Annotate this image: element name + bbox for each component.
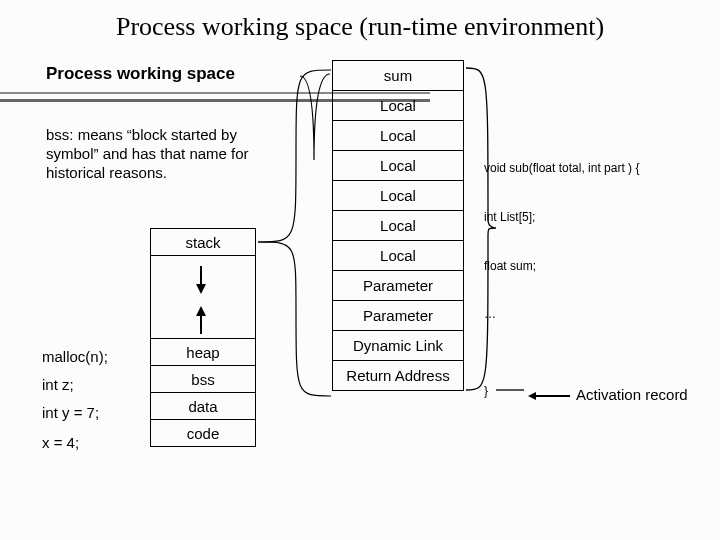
bss-note: bss: means “block started by symbol” and…: [46, 126, 276, 182]
stack-row: Local: [333, 151, 463, 181]
mem-cell-gap: [151, 256, 255, 339]
stack-row: Dynamic Link: [333, 331, 463, 361]
stack-row: Return Address: [333, 361, 463, 391]
mem-cell-stack: stack: [151, 229, 255, 256]
arrow-up-icon: [196, 306, 206, 316]
stack-row: Local: [333, 91, 463, 121]
mem-cell-code: code: [151, 420, 255, 447]
arrow-left-icon: [528, 392, 536, 400]
mem-label-heap: malloc(n);: [42, 348, 108, 365]
activation-record-table: sum Local Local Local Local Local Local …: [332, 60, 464, 391]
mem-cell-heap: heap: [151, 339, 255, 366]
mem-cell-data: data: [151, 393, 255, 420]
subheading: Process working space: [46, 64, 235, 84]
mem-cell-bss: bss: [151, 366, 255, 393]
stack-row: Local: [333, 241, 463, 271]
slide-title: Process working space (run-time environm…: [0, 12, 720, 42]
mem-label-code: x = 4;: [42, 434, 79, 451]
bracket-stack-icon: [256, 60, 336, 260]
brace-right-icon: [464, 60, 524, 400]
stack-row: Parameter: [333, 301, 463, 331]
stack-row: Local: [333, 181, 463, 211]
stack-row: Local: [333, 211, 463, 241]
stack-row: Parameter: [333, 271, 463, 301]
memory-layout-table: stack heap bss data code: [150, 228, 256, 447]
stack-row: sum: [333, 61, 463, 91]
mem-label-bss: int z;: [42, 376, 74, 393]
mem-label-data: int y = 7;: [42, 404, 99, 421]
activation-record-label: Activation record: [576, 386, 688, 403]
arrow-down-icon: [196, 284, 206, 294]
stack-row: Local: [333, 121, 463, 151]
